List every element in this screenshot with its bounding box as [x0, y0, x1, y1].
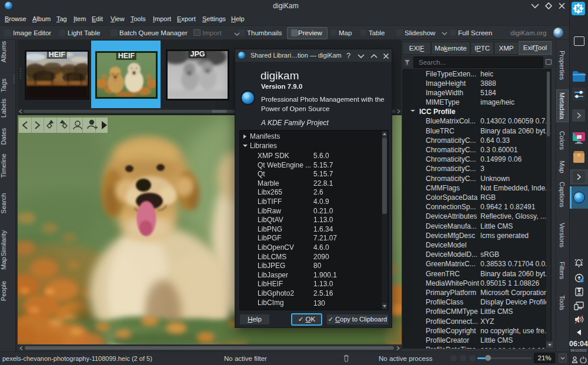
svg-text:K: K: [576, 4, 582, 13]
